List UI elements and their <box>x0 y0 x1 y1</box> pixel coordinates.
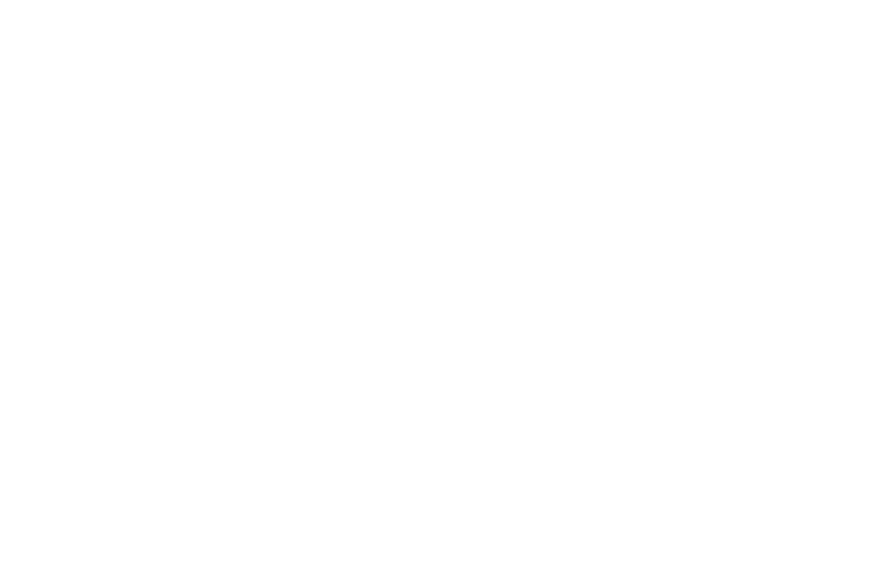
figure-page <box>0 0 882 588</box>
earthquake-figure <box>0 0 882 588</box>
